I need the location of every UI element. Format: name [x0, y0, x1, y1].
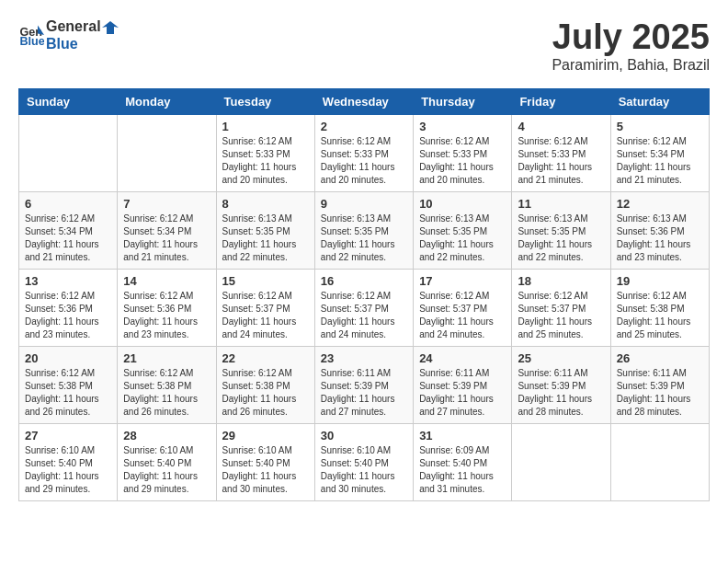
day-info: Sunrise: 6:12 AM Sunset: 5:33 PM Dayligh… — [419, 135, 506, 187]
day-info: Sunrise: 6:12 AM Sunset: 5:34 PM Dayligh… — [617, 135, 703, 187]
calendar-week-row: 13Sunrise: 6:12 AM Sunset: 5:36 PM Dayli… — [19, 269, 710, 346]
day-number: 15 — [222, 274, 309, 288]
day-info: Sunrise: 6:12 AM Sunset: 5:33 PM Dayligh… — [518, 135, 604, 187]
calendar-cell: 15Sunrise: 6:12 AM Sunset: 5:37 PM Dayli… — [216, 269, 314, 346]
day-number: 20 — [25, 351, 111, 365]
day-number: 4 — [518, 120, 604, 133]
day-number: 21 — [123, 351, 210, 365]
day-number: 10 — [419, 197, 506, 211]
weekday-header-wednesday: Wednesday — [314, 88, 413, 114]
calendar-cell: 23Sunrise: 6:11 AM Sunset: 5:39 PM Dayli… — [314, 346, 413, 423]
day-info: Sunrise: 6:10 AM Sunset: 5:40 PM Dayligh… — [25, 444, 111, 496]
day-info: Sunrise: 6:12 AM Sunset: 5:34 PM Dayligh… — [25, 213, 111, 264]
calendar-cell — [512, 423, 610, 500]
weekday-header-row: SundayMondayTuesdayWednesdayThursdayFrid… — [19, 88, 710, 114]
calendar-cell — [19, 114, 118, 191]
logo-general-text: General — [46, 18, 119, 36]
calendar-cell: 19Sunrise: 6:12 AM Sunset: 5:38 PM Dayli… — [610, 269, 709, 346]
page-header: Gen Blue General Blue July 2025 Paramiri… — [18, 18, 710, 74]
day-number: 14 — [123, 274, 210, 288]
day-number: 27 — [25, 429, 111, 442]
calendar-week-row: 27Sunrise: 6:10 AM Sunset: 5:40 PM Dayli… — [19, 423, 710, 500]
day-number: 25 — [518, 351, 604, 365]
day-info: Sunrise: 6:12 AM Sunset: 5:38 PM Dayligh… — [123, 367, 210, 419]
svg-text:Blue: Blue — [19, 35, 44, 48]
day-info: Sunrise: 6:09 AM Sunset: 5:40 PM Dayligh… — [419, 444, 506, 496]
day-info: Sunrise: 6:12 AM Sunset: 5:38 PM Dayligh… — [222, 367, 309, 419]
day-number: 16 — [321, 274, 407, 288]
weekday-header-saturday: Saturday — [610, 88, 709, 114]
svg-marker-3 — [102, 21, 119, 34]
day-info: Sunrise: 6:11 AM Sunset: 5:39 PM Dayligh… — [518, 367, 604, 419]
calendar-cell: 2Sunrise: 6:12 AM Sunset: 5:33 PM Daylig… — [314, 114, 413, 191]
day-number: 30 — [321, 429, 407, 442]
day-info: Sunrise: 6:12 AM Sunset: 5:33 PM Dayligh… — [321, 135, 407, 187]
calendar-cell: 4Sunrise: 6:12 AM Sunset: 5:33 PM Daylig… — [512, 114, 610, 191]
calendar-week-row: 1Sunrise: 6:12 AM Sunset: 5:33 PM Daylig… — [19, 114, 710, 191]
day-info: Sunrise: 6:11 AM Sunset: 5:39 PM Dayligh… — [419, 367, 506, 419]
calendar-cell: 24Sunrise: 6:11 AM Sunset: 5:39 PM Dayli… — [414, 346, 512, 423]
day-number: 12 — [617, 197, 703, 211]
day-number: 17 — [419, 274, 506, 288]
calendar-cell: 25Sunrise: 6:11 AM Sunset: 5:39 PM Dayli… — [512, 346, 610, 423]
calendar-cell: 13Sunrise: 6:12 AM Sunset: 5:36 PM Dayli… — [19, 269, 118, 346]
title-area: July 2025 Paramirim, Bahia, Brazil — [552, 18, 710, 74]
calendar-cell: 1Sunrise: 6:12 AM Sunset: 5:33 PM Daylig… — [216, 114, 314, 191]
calendar-cell: 17Sunrise: 6:12 AM Sunset: 5:37 PM Dayli… — [414, 269, 512, 346]
logo-icon: Gen Blue — [18, 22, 44, 48]
day-info: Sunrise: 6:12 AM Sunset: 5:38 PM Dayligh… — [617, 290, 703, 341]
day-number: 13 — [25, 274, 111, 288]
calendar-cell: 16Sunrise: 6:12 AM Sunset: 5:37 PM Dayli… — [314, 269, 413, 346]
day-number: 1 — [222, 120, 309, 133]
calendar-cell: 30Sunrise: 6:10 AM Sunset: 5:40 PM Dayli… — [314, 423, 413, 500]
calendar-cell: 18Sunrise: 6:12 AM Sunset: 5:37 PM Dayli… — [512, 269, 610, 346]
day-info: Sunrise: 6:13 AM Sunset: 5:35 PM Dayligh… — [321, 213, 407, 264]
weekday-header-friday: Friday — [512, 88, 610, 114]
day-number: 26 — [617, 351, 703, 365]
calendar-cell: 6Sunrise: 6:12 AM Sunset: 5:34 PM Daylig… — [19, 191, 118, 269]
day-number: 23 — [321, 351, 407, 365]
day-info: Sunrise: 6:10 AM Sunset: 5:40 PM Dayligh… — [222, 444, 309, 496]
day-info: Sunrise: 6:13 AM Sunset: 5:36 PM Dayligh… — [617, 213, 703, 264]
calendar-cell: 21Sunrise: 6:12 AM Sunset: 5:38 PM Dayli… — [118, 346, 216, 423]
calendar-table: SundayMondayTuesdayWednesdayThursdayFrid… — [18, 88, 710, 501]
day-info: Sunrise: 6:12 AM Sunset: 5:37 PM Dayligh… — [518, 290, 604, 341]
day-number: 29 — [222, 429, 309, 442]
calendar-cell: 22Sunrise: 6:12 AM Sunset: 5:38 PM Dayli… — [216, 346, 314, 423]
weekday-header-tuesday: Tuesday — [216, 88, 314, 114]
weekday-header-monday: Monday — [118, 88, 216, 114]
calendar-cell: 27Sunrise: 6:10 AM Sunset: 5:40 PM Dayli… — [19, 423, 118, 500]
day-number: 18 — [518, 274, 604, 288]
day-info: Sunrise: 6:13 AM Sunset: 5:35 PM Dayligh… — [518, 213, 604, 264]
calendar-cell: 28Sunrise: 6:10 AM Sunset: 5:40 PM Dayli… — [118, 423, 216, 500]
day-number: 7 — [123, 197, 210, 211]
day-number: 19 — [617, 274, 703, 288]
day-number: 9 — [321, 197, 407, 211]
day-info: Sunrise: 6:12 AM Sunset: 5:33 PM Dayligh… — [222, 135, 309, 187]
day-info: Sunrise: 6:11 AM Sunset: 5:39 PM Dayligh… — [321, 367, 407, 419]
month-title: July 2025 — [552, 18, 710, 57]
location-title: Paramirim, Bahia, Brazil — [552, 57, 710, 74]
day-info: Sunrise: 6:11 AM Sunset: 5:39 PM Dayligh… — [617, 367, 703, 419]
day-number: 31 — [419, 429, 506, 442]
calendar-cell — [610, 423, 709, 500]
calendar-cell: 31Sunrise: 6:09 AM Sunset: 5:40 PM Dayli… — [414, 423, 512, 500]
day-info: Sunrise: 6:12 AM Sunset: 5:36 PM Dayligh… — [123, 290, 210, 341]
calendar-cell: 26Sunrise: 6:11 AM Sunset: 5:39 PM Dayli… — [610, 346, 709, 423]
calendar-cell: 29Sunrise: 6:10 AM Sunset: 5:40 PM Dayli… — [216, 423, 314, 500]
calendar-cell — [118, 114, 216, 191]
day-info: Sunrise: 6:12 AM Sunset: 5:36 PM Dayligh… — [25, 290, 111, 341]
calendar-cell: 14Sunrise: 6:12 AM Sunset: 5:36 PM Dayli… — [118, 269, 216, 346]
day-info: Sunrise: 6:13 AM Sunset: 5:35 PM Dayligh… — [222, 213, 309, 264]
day-number: 8 — [222, 197, 309, 211]
logo-bird-icon — [102, 19, 119, 36]
day-info: Sunrise: 6:10 AM Sunset: 5:40 PM Dayligh… — [321, 444, 407, 496]
day-number: 3 — [419, 120, 506, 133]
weekday-header-sunday: Sunday — [19, 88, 118, 114]
day-info: Sunrise: 6:12 AM Sunset: 5:37 PM Dayligh… — [419, 290, 506, 341]
day-number: 5 — [617, 120, 703, 133]
day-info: Sunrise: 6:12 AM Sunset: 5:34 PM Dayligh… — [123, 213, 210, 264]
day-info: Sunrise: 6:12 AM Sunset: 5:37 PM Dayligh… — [222, 290, 309, 341]
day-info: Sunrise: 6:12 AM Sunset: 5:37 PM Dayligh… — [321, 290, 407, 341]
calendar-cell: 3Sunrise: 6:12 AM Sunset: 5:33 PM Daylig… — [414, 114, 512, 191]
